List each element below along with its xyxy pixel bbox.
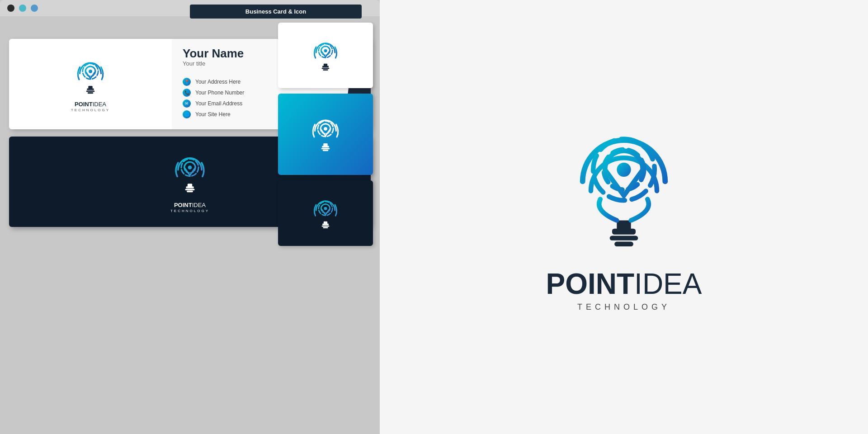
svg-point-13	[188, 165, 192, 170]
close-dot[interactable]	[7, 5, 14, 12]
phone-label: Your Phone Number	[195, 90, 244, 96]
site-label: Your Site Here	[195, 111, 231, 118]
site-icon: 🌐	[183, 110, 191, 118]
svg-rect-10	[188, 184, 192, 187]
svg-rect-31	[324, 221, 327, 224]
svg-point-41	[617, 162, 631, 176]
maximize-dot[interactable]	[31, 5, 38, 12]
right-panel: POINTIDEA TECHNOLOGY	[380, 0, 868, 434]
brand-idea-main: IDEA	[634, 268, 702, 300]
logo-icon-dark	[170, 151, 210, 196]
svg-rect-29	[322, 225, 330, 226]
svg-rect-15	[322, 67, 330, 69]
svg-point-20	[324, 49, 327, 52]
svg-point-34	[324, 207, 327, 210]
brand-idea-label: IDEA	[93, 101, 106, 108]
svg-rect-9	[187, 190, 193, 192]
svg-rect-37	[614, 241, 633, 246]
title-bar: Business Card & Icon	[190, 5, 362, 19]
svg-point-6	[89, 69, 92, 73]
email-icon: ✉	[183, 99, 191, 108]
svg-point-27	[324, 127, 327, 131]
brand-dark-text: POINTIDEA TECHNOLOGY	[170, 201, 209, 213]
brand-tagline-main: TECHNOLOGY	[546, 302, 702, 312]
svg-rect-24	[323, 143, 327, 146]
icon-card-gradient	[278, 94, 373, 175]
svg-rect-3	[88, 85, 92, 88]
logo-icon-gradient	[307, 114, 344, 155]
icon-card-dark	[278, 180, 373, 246]
icons-column	[278, 23, 373, 246]
left-panel: Business Card & Icon	[0, 0, 380, 434]
svg-rect-16	[323, 69, 328, 71]
logo-icon-white	[310, 38, 341, 74]
svg-rect-22	[321, 148, 330, 149]
brand-text-large: POINTIDEA TECHNOLOGY	[546, 267, 702, 312]
svg-rect-2	[88, 92, 94, 94]
svg-rect-30	[323, 227, 328, 228]
svg-rect-38	[617, 220, 631, 231]
svg-rect-8	[185, 189, 195, 190]
brand-tech-dark: TECHNOLOGY	[170, 209, 209, 213]
brand-point-main: POINT	[546, 268, 635, 300]
brand-point-label: POINT	[75, 101, 93, 108]
card-logo-area: POINTIDEA TECHNOLOGY	[9, 39, 172, 129]
logo-icon-dark2	[310, 195, 341, 231]
svg-rect-36	[610, 236, 638, 240]
brand-idea-dark: IDEA	[192, 202, 206, 208]
minimize-dot[interactable]	[19, 5, 26, 12]
address-label: Your Address Here	[195, 79, 241, 85]
svg-rect-17	[324, 63, 327, 66]
logo-icon-small	[72, 57, 108, 97]
svg-rect-23	[323, 150, 329, 151]
svg-rect-1	[86, 90, 95, 92]
address-icon: 📍	[183, 78, 191, 86]
logo-icon-main	[561, 123, 687, 258]
title-label: Business Card & Icon	[245, 8, 306, 15]
phone-icon: 📞	[183, 89, 191, 97]
email-label: Your Email Address	[195, 100, 242, 107]
icon-card-white	[278, 23, 373, 88]
brand-tagline-label: TECHNOLOGY	[71, 108, 110, 112]
brand-point-dark: POINT	[174, 202, 192, 208]
brand-text-small: POINTIDEA TECHNOLOGY	[71, 100, 110, 112]
